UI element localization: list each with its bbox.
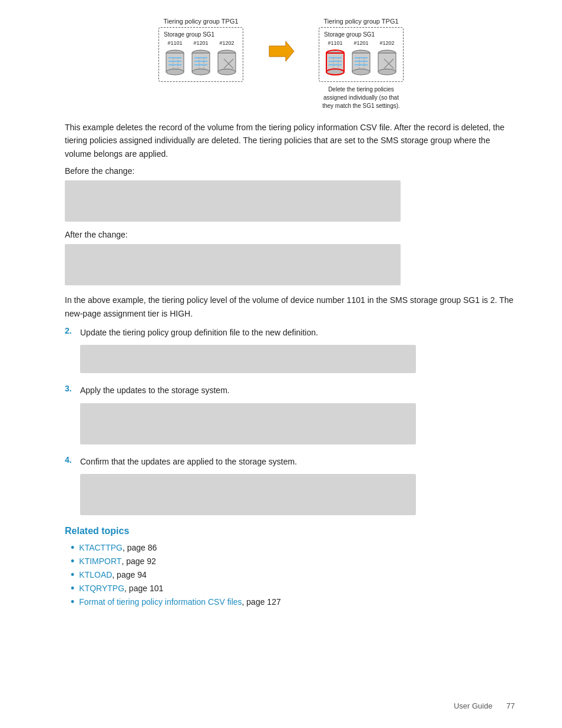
list-item-5: • Format of tiering policy information C…: [71, 597, 515, 607]
list-item-4: • KTQRYTPG, page 101: [71, 583, 515, 594]
left-storage-label: Storage group SG1: [164, 31, 214, 38]
step-3-num: 3.: [65, 384, 80, 393]
after-code-block: [65, 244, 401, 285]
after-label: After the change:: [65, 230, 515, 239]
right-storage-label: Storage group SG1: [324, 31, 375, 38]
related-topics-list: • KTACTTPG, page 86 • KTIMPORT, page 92 …: [71, 542, 515, 607]
step-3-content: [80, 403, 515, 444]
diagram-area: Tiering policy group TPG1 Storage group …: [47, 18, 515, 110]
step-3-code: [80, 403, 416, 444]
left-storage-group: Storage group SG1 #1101: [158, 27, 243, 82]
before-code-block: [65, 180, 401, 222]
step-4-item: 4. Confirm that the updates are applied …: [65, 455, 515, 468]
page: Tiering policy group TPG1 Storage group …: [0, 0, 562, 728]
footer-label: User Guide: [454, 701, 492, 710]
page-5: , page 127: [242, 597, 281, 607]
svg-point-24: [326, 69, 344, 75]
footer-page: 77: [507, 701, 515, 710]
right-volumes-row: #1101: [324, 40, 398, 78]
footer: User Guide 77: [454, 701, 515, 710]
link-5[interactable]: Format of tiering policy information CSV…: [79, 597, 242, 607]
right-volume-1: #1101: [324, 40, 346, 78]
left-volume-2: #1201: [190, 40, 212, 78]
right-volume-2: #1201: [350, 40, 372, 78]
main-content: This example deletes the record of the v…: [65, 121, 515, 607]
bullet-1: •: [71, 542, 74, 553]
list-item-1: • KTACTTPG, page 86: [71, 542, 515, 553]
step-2-content: [80, 345, 515, 373]
svg-point-2: [166, 69, 184, 75]
step-4-content: [80, 474, 515, 515]
bullet-5: •: [71, 597, 74, 607]
right-volume-3: #1202: [376, 40, 398, 78]
left-tiering-label: Tiering policy group TPG1: [163, 18, 238, 25]
related-topics-heading: Related topics: [65, 526, 515, 536]
step-2-item: 2. Update the tiering policy group defin…: [65, 326, 515, 339]
left-diagram: Tiering policy group TPG1 Storage group …: [158, 18, 243, 82]
svg-marker-21: [269, 41, 294, 61]
step-4-code: [80, 474, 416, 515]
page-4: , page 101: [124, 584, 163, 593]
step-3-block: 3. Apply the updates to the storage syst…: [65, 384, 515, 444]
bullet-2: •: [71, 556, 74, 566]
step-2-num: 2.: [65, 326, 80, 335]
svg-point-10: [192, 69, 210, 75]
left-volume-1: #1101: [164, 40, 186, 78]
intro-paragraph: This example deletes the record of the v…: [65, 121, 515, 160]
left-volume-3: #1202: [216, 40, 238, 78]
list-item-3: • KTLOAD, page 94: [71, 569, 515, 580]
step-4-text: Confirm that the updates are applied to …: [80, 455, 515, 468]
step-2-code: [80, 345, 416, 373]
svg-point-40: [378, 69, 396, 75]
page-1: , page 86: [123, 543, 157, 552]
svg-point-32: [352, 69, 370, 75]
step-4-num: 4.: [65, 455, 80, 465]
left-volumes-row: #1101 #12: [164, 40, 238, 78]
summary-text: In the above example, the tiering policy…: [65, 294, 515, 320]
page-3: , page 94: [112, 570, 146, 579]
page-2: , page 92: [121, 556, 156, 566]
link-4[interactable]: KTQRYTPG: [79, 584, 124, 593]
steps-section: 2. Update the tiering policy group defin…: [65, 326, 515, 515]
step-4-block: 4. Confirm that the updates are applied …: [65, 455, 515, 515]
link-3[interactable]: KTLOAD: [79, 570, 112, 579]
link-1[interactable]: KTACTTPG: [79, 543, 123, 552]
bullet-3: •: [71, 569, 74, 580]
step-2-block: 2. Update the tiering policy group defin…: [65, 326, 515, 373]
right-diagram-wrapper: Tiering policy group TPG1 Storage group …: [319, 18, 404, 110]
step-3-text: Apply the updates to the storage system.: [80, 384, 515, 397]
right-storage-group: Storage group SG1 #1101: [319, 27, 404, 82]
arrow-right: [267, 40, 295, 62]
step-3-item: 3. Apply the updates to the storage syst…: [65, 384, 515, 397]
svg-point-18: [218, 69, 236, 75]
step-2-text: Update the tiering policy group definiti…: [80, 326, 515, 339]
list-item-2: • KTIMPORT, page 92: [71, 556, 515, 566]
before-label: Before the change:: [65, 166, 515, 176]
bullet-4: •: [71, 583, 74, 594]
link-2[interactable]: KTIMPORT: [79, 556, 121, 566]
right-diagram: Tiering policy group TPG1 Storage group …: [319, 18, 404, 82]
right-tiering-label: Tiering policy group TPG1: [323, 18, 398, 25]
diagram-caption: Delete the tiering policiesassigned indi…: [319, 85, 404, 110]
